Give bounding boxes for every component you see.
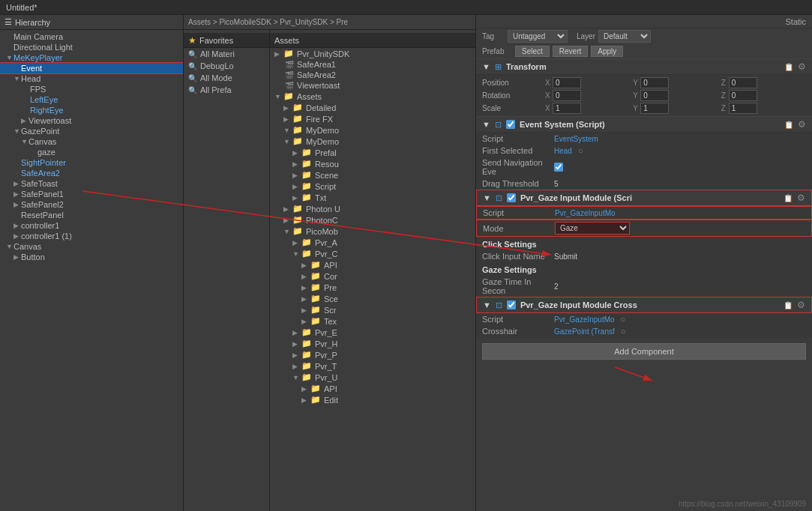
asset-folder-edit[interactable]: ▶ 📁 Edit — [270, 394, 475, 405]
hierarchy-item-button[interactable]: ▶ Button — [0, 252, 183, 262]
add-component-button[interactable]: Add Component — [482, 343, 806, 360]
fav-item-debuglo[interactable]: 🔍 DebugLo — [184, 60, 269, 72]
hierarchy-item-safepanel1[interactable]: ▶ SafePanel1 — [0, 189, 183, 199]
asset-folder-photon-u[interactable]: ▶ 📁 Photon U — [270, 203, 475, 214]
asset-folder-detailed[interactable]: ▶ 📁 Detailed — [270, 102, 475, 113]
hierarchy-item-fps[interactable]: FPS — [0, 84, 183, 94]
asset-folder-cor[interactable]: ▶ 📁 Cor — [270, 270, 475, 282]
hierarchy-item-controller1-1[interactable]: ▶ controller1 (1) — [0, 231, 183, 241]
hierarchy-item-viewertoast[interactable]: ▶ Viewertoast — [0, 115, 183, 126]
pvr-gaze-input-header[interactable]: ▼ ⊡ Pvr_Gaze Input Module (Scri 📋 ⚙ — [476, 190, 812, 206]
asset-folder-pvr-p[interactable]: ▶ 📁 Pvr_P — [270, 349, 475, 360]
event-system-header[interactable]: ▼ ⊡ Event System (Script) 📋 ⚙ — [476, 116, 812, 133]
asset-folder-sce[interactable]: ▶ 📁 Sce — [270, 293, 475, 304]
asset-scene-viewertoast[interactable]: 🎬 Viewertoast — [270, 80, 475, 91]
asset-scene-safearea1[interactable]: 🎬 SafeArea1 — [270, 59, 475, 70]
asset-folder-mydemo2[interactable]: ▼ 📁 MyDemo — [270, 136, 475, 147]
asset-folder-assets[interactable]: ▼ 📁 Assets — [270, 91, 475, 102]
hierarchy-item-sightpointer[interactable]: SightPointer — [0, 157, 183, 168]
pvr-gaze-cross-gear-icon[interactable]: ⚙ — [797, 300, 805, 310]
asset-folder-tex[interactable]: ▶ 📁 Tex — [270, 315, 475, 327]
arrow-icon: ▶ — [292, 363, 298, 370]
event-script-value[interactable]: EventSystem — [554, 135, 598, 143]
transform-component-header[interactable]: ▼ ⊞ Transform 📋 ⚙ — [476, 58, 812, 75]
tag-select[interactable]: Untagged — [508, 30, 568, 43]
hierarchy-item-safepanel2[interactable]: ▶ SafePanel2 — [0, 199, 183, 210]
asset-folder-pvr-t[interactable]: ▶ 📁 Pvr_T — [270, 360, 475, 372]
pvr-gaze-checkbox[interactable] — [507, 193, 516, 202]
pvr-gaze-cross-checkbox[interactable] — [507, 300, 516, 309]
asset-folder-pre[interactable]: ▶ 📁 Pre — [270, 282, 475, 293]
asset-folder-pvr-a[interactable]: ▶ 📁 Pvr_A — [270, 237, 475, 248]
hierarchy-menu-icon[interactable]: ☰ — [4, 17, 12, 27]
hierarchy-item-safearea2[interactable]: SafeArea2 — [0, 168, 183, 178]
asset-folder-picomob[interactable]: ▼ 📁 PicoMob — [270, 226, 475, 237]
send-nav-checkbox[interactable] — [554, 163, 563, 172]
hierarchy-item-controller1[interactable]: ▶ controller1 — [0, 220, 183, 231]
rotation-y-input[interactable] — [640, 90, 669, 101]
rotation-x-input[interactable] — [553, 90, 581, 101]
scale-x-input[interactable] — [553, 103, 581, 114]
hierarchy-item-resetpanel[interactable]: ResetPanel — [0, 210, 183, 220]
cross-script-value[interactable]: Pvr_GazeInputMo — [554, 315, 615, 324]
pvr-gaze-gear-icon[interactable]: ⚙ — [797, 193, 805, 203]
pvr-script-value[interactable]: Pvr_GazeInputMo — [555, 209, 616, 217]
asset-folder-api1[interactable]: ▶ 📁 API — [270, 259, 475, 270]
asset-folder-fire-fx[interactable]: ▶ 📁 Fire FX — [270, 113, 475, 124]
hierarchy-item-righteye[interactable]: RightEye — [0, 105, 183, 115]
rotation-z-input[interactable] — [729, 90, 757, 101]
asset-folder-txt[interactable]: ▶ 📁 Txt — [270, 192, 475, 203]
crosshair-value[interactable]: GazePoint (Transf — [554, 327, 615, 336]
asset-folder-script[interactable]: ▶ 📁 Script — [270, 181, 475, 192]
hierarchy-item-mekeyplayer[interactable]: ▼ MeKeyPlayer — [0, 52, 183, 63]
scale-x-cell: X — [545, 103, 630, 114]
asset-folder-scr[interactable]: ▶ 📁 Scr — [270, 304, 475, 315]
asset-folder-pvr-u[interactable]: ▼ 📁 Pvr_U — [270, 372, 475, 383]
hierarchy-item-gaze[interactable]: gaze — [0, 147, 183, 157]
hierarchy-item-main-camera[interactable]: Main Camera — [0, 31, 183, 42]
asset-folder-pvr-c[interactable]: ▼ 📁 Pvr_C — [270, 248, 475, 259]
first-selected-value[interactable]: Head — [554, 147, 572, 155]
asset-scene-safearea2[interactable]: 🎬 SafeArea2 — [270, 70, 475, 80]
asset-folder-mydemo1[interactable]: ▼ 📁 MyDemo — [270, 124, 475, 136]
prefab-select-button[interactable]: Select — [515, 46, 550, 57]
fav-item-all-prefabs[interactable]: 🔍 All Prefa — [184, 84, 269, 96]
position-x-input[interactable] — [553, 77, 581, 88]
prefab-apply-button[interactable]: Apply — [591, 46, 623, 57]
fav-item-all-materials[interactable]: 🔍 All Materi — [184, 48, 269, 60]
hierarchy-item-safetoast[interactable]: ▶ SafeToast — [0, 178, 183, 189]
mode-select[interactable]: Gaze — [555, 222, 630, 235]
cross-script-pick-icon[interactable]: ○ — [621, 315, 626, 324]
hierarchy-item-lefteye[interactable]: LeftEye — [0, 94, 183, 105]
position-y-input[interactable] — [640, 77, 669, 88]
folder-icon: 📁 — [292, 125, 303, 135]
pvr-gaze-cross-header[interactable]: ▼ ⊡ Pvr_Gaze Input Module Cross 📋 ⚙ — [476, 297, 812, 313]
asset-folder-photonc[interactable]: ▶ 📁 PhotonC — [270, 214, 475, 226]
asset-folder-resou[interactable]: ▶ 📁 Resou — [270, 158, 475, 169]
hierarchy-item-canvas[interactable]: ▼ Canvas — [0, 136, 183, 147]
event-system-gear-icon[interactable]: ⚙ — [798, 119, 806, 130]
scale-y-input[interactable] — [640, 103, 669, 114]
asset-folder-prefal[interactable]: ▶ 📁 Prefal — [270, 147, 475, 158]
first-selected-pick-icon[interactable]: ○ — [578, 146, 583, 155]
prefab-revert-button[interactable]: Revert — [553, 46, 588, 57]
hierarchy-item-event[interactable]: Event — [0, 63, 183, 73]
gear-icon[interactable]: ⚙ — [798, 61, 806, 72]
layer-select[interactable]: Default — [598, 30, 651, 43]
hierarchy-item-directional-light[interactable]: Directional Light — [0, 42, 183, 52]
folder-label: API — [324, 384, 337, 393]
asset-folder-scene[interactable]: ▶ 📁 Scene — [270, 169, 475, 181]
x-axis: X — [545, 91, 551, 100]
crosshair-pick-icon[interactable]: ○ — [621, 327, 626, 336]
hierarchy-item-head[interactable]: ▼ Head — [0, 73, 183, 84]
asset-folder-pvr-h[interactable]: ▶ 📁 Pvr_H — [270, 338, 475, 349]
fav-item-all-models[interactable]: 🔍 All Mode — [184, 72, 269, 84]
asset-folder-api2[interactable]: ▶ 📁 API — [270, 383, 475, 394]
scale-z-input[interactable] — [729, 103, 757, 114]
position-z-input[interactable] — [729, 77, 757, 88]
asset-folder-pvr-unitysdk[interactable]: ▶ 📁 Pvr_UnitySDK — [270, 48, 475, 59]
hierarchy-item-gazepoint[interactable]: ▼ GazePoint — [0, 126, 183, 136]
event-system-checkbox[interactable] — [506, 120, 515, 129]
hierarchy-item-canvas2[interactable]: ▼ Canvas — [0, 241, 183, 252]
asset-folder-pvr-e[interactable]: ▶ 📁 Pvr_E — [270, 327, 475, 338]
